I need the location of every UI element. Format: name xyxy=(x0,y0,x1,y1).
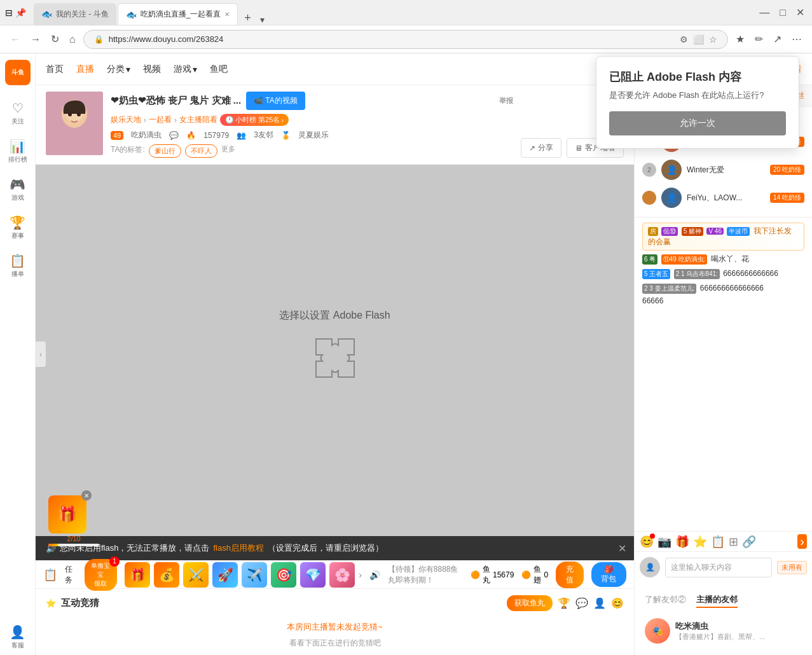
chat-messages: 房 侃⑩ 5 赌神 V 46 半波币 我下注长发的会赢 6 粤 ⑪49 吃奶滴虫… xyxy=(635,217,812,531)
tab-close-icon[interactable]: ✕ xyxy=(224,11,230,18)
favorites-bar-icon[interactable]: ★ xyxy=(733,31,747,48)
list-icon: 📋 xyxy=(10,253,25,268)
more-icon[interactable]: ⋯ xyxy=(789,31,804,48)
minimize-button[interactable]: — xyxy=(757,4,772,21)
sidebar-item-games[interactable]: 🎮 游戏 xyxy=(0,172,35,207)
reward-item-3[interactable]: ⚔️ xyxy=(183,562,209,588)
sidebar-item-events[interactable]: 🏆 赛事 xyxy=(0,210,35,245)
ranking-item-3: 3 👤 FeiYu、LAOW... 14 吃奶怪 xyxy=(642,184,804,212)
task-icon[interactable]: 📋 xyxy=(43,568,57,582)
gift-tool-icon[interactable]: 🎁 xyxy=(675,535,689,549)
friend-tab-understand[interactable]: 了解友邻② xyxy=(645,594,686,608)
report-button[interactable]: 举报 xyxy=(499,96,513,106)
video-player[interactable]: 选择以设置 Adobe Flash 🎁 ✕ 2/10 xyxy=(36,165,634,536)
svg-point-3 xyxy=(68,113,72,116)
chat-msg-1: 6 粤 ⑪49 吃奶滴虫: 喝水丫、花 xyxy=(642,253,804,265)
pin-icon[interactable]: 📌 xyxy=(15,8,26,18)
chat-input-box[interactable]: 这里输入聊天内容 xyxy=(665,558,772,577)
collections-icon[interactable]: ⬜ xyxy=(693,34,704,45)
browser-tabs: 🐟 我的关注 - 斗鱼 🐟 吃奶滴虫直播_一起看直 ✕ + ▾ xyxy=(34,0,754,25)
nav-games[interactable]: 游戏 ▾ xyxy=(174,64,197,75)
back-button[interactable]: ← xyxy=(8,31,23,48)
table-tool-icon[interactable]: ⊞ xyxy=(729,535,738,549)
reward-item-2[interactable]: 💰 xyxy=(154,562,179,588)
sidebar-item-playlist[interactable]: 📋 播单 xyxy=(0,248,35,284)
share-icon: ↗ xyxy=(529,144,535,153)
favorites-icon[interactable]: ☆ xyxy=(709,34,717,45)
sidebar-item-service[interactable]: 👤 客服 xyxy=(0,619,35,655)
recharge-button[interactable]: 充值 xyxy=(556,562,584,588)
maximize-button[interactable]: □ xyxy=(777,4,788,21)
hourly-rank-badge[interactable]: 🕐 小时榜 第25名 › xyxy=(220,114,289,126)
friend-tab-streamer[interactable]: 主播的友邻 xyxy=(696,594,738,608)
flash-link[interactable]: flash启用教程 xyxy=(213,542,263,554)
interaction-icon-1[interactable]: 🏆 xyxy=(558,597,570,609)
flash-notice-close[interactable]: ✕ xyxy=(618,542,626,555)
nav-category[interactable]: 分类 ▾ xyxy=(107,64,130,75)
friend-avatar: 🎭 xyxy=(645,618,670,644)
tab-stream[interactable]: 🐟 吃奶滴虫直播_一起看直 ✕ xyxy=(118,3,238,25)
reward-icon-3: ⚔️ xyxy=(183,562,209,588)
pen-icon[interactable]: ✏ xyxy=(752,31,766,48)
new-tab-button[interactable]: + xyxy=(239,11,256,25)
list-tool-icon[interactable]: 📋 xyxy=(711,535,725,549)
tag-2[interactable]: 不吓人 xyxy=(185,144,217,158)
nav-yuba[interactable]: 鱼吧 xyxy=(210,64,228,75)
sidebar-toggle[interactable]: › xyxy=(36,341,46,367)
interaction-icon-2[interactable]: 💬 xyxy=(575,597,588,609)
camera-icon[interactable]: 📷 xyxy=(657,535,671,549)
fish-fin-item: 🟠 鱼翅 0 xyxy=(521,564,548,586)
nav-home[interactable]: 首页 xyxy=(46,64,64,75)
treasure-badge[interactable]: 单撸宝宝领取 1 xyxy=(85,559,117,591)
badge-level: 侃⑩ xyxy=(661,227,678,236)
interaction-icon-4[interactable]: 😊 xyxy=(611,597,624,609)
fish-ball-icon: 🟠 xyxy=(471,570,480,579)
reward-item-4[interactable]: 🚀 xyxy=(212,562,238,588)
share-icon[interactable]: ↗ xyxy=(771,31,784,48)
sidebar-item-follow[interactable]: ♡ 关注 xyxy=(0,95,35,131)
sidebar-logo[interactable]: 斗鱼 xyxy=(5,60,31,85)
reward-item-1[interactable]: 🎁 xyxy=(125,562,150,588)
link-tool-icon[interactable]: 🔗 xyxy=(742,535,756,549)
breadcrumb-3[interactable]: 女主播陪看 xyxy=(179,114,217,125)
address-bar[interactable]: 🔒 https://www.douyu.com/263824 ⚙ ⬜ ☆ xyxy=(83,30,728,49)
not-logged-label[interactable]: 未用有 xyxy=(777,561,807,574)
share-button[interactable]: ↗ 分享 xyxy=(521,138,561,158)
bag-button[interactable]: 🎒 背包 xyxy=(591,562,626,587)
gift-icon: 🎁 xyxy=(58,506,77,523)
get-fishball-button[interactable]: 获取鱼丸 xyxy=(507,595,553,611)
sidebar-item-ranking[interactable]: 📊 排行榜 xyxy=(0,134,35,169)
star-tool-icon[interactable]: ⭐ xyxy=(693,535,707,549)
rank-tag-2: 20 吃奶怪 xyxy=(770,165,804,175)
breadcrumb-1[interactable]: 娱乐天地 xyxy=(111,114,141,125)
breadcrumb-2[interactable]: 一起看 xyxy=(149,114,172,125)
nav-live[interactable]: 直播 xyxy=(76,64,94,75)
reward-item-6[interactable]: 🎯 xyxy=(271,562,296,588)
tab-list-button[interactable]: ▾ xyxy=(260,15,265,25)
flash-allow-button[interactable]: 允许一次 xyxy=(609,111,786,135)
refresh-button[interactable]: ↻ xyxy=(48,31,62,48)
reward-item-7[interactable]: 💎 xyxy=(300,562,326,588)
reward-item-5[interactable]: ✈️ xyxy=(242,562,267,588)
guild-name: 灵夏娱乐 xyxy=(298,130,329,141)
more-tags[interactable]: 更多 xyxy=(221,144,235,158)
gift-close-button[interactable]: ✕ xyxy=(81,490,92,500)
interaction-icon-3[interactable]: 👤 xyxy=(593,597,606,609)
tab-my-follow[interactable]: 🐟 我的关注 - 斗鱼 xyxy=(34,3,116,25)
nav-video[interactable]: 视频 xyxy=(143,64,161,75)
reward-item-8[interactable]: 🌸 xyxy=(329,562,355,588)
reward-arrow[interactable]: › xyxy=(359,570,362,580)
gift-card[interactable]: 🎁 ✕ xyxy=(48,495,86,534)
sidebar-label-ranking: 排行榜 xyxy=(8,155,27,164)
window-controls[interactable]: ⊟ xyxy=(5,8,13,18)
send-button[interactable]: › xyxy=(797,534,807,549)
gift-progress-bar xyxy=(48,544,58,546)
reading-mode-icon[interactable]: ⚙ xyxy=(680,34,688,45)
chart-icon: 📊 xyxy=(10,139,25,154)
flame-icon: 🔥 xyxy=(186,131,196,140)
tag-1[interactable]: 爹山行 xyxy=(149,144,181,158)
forward-button[interactable]: → xyxy=(28,31,43,48)
ta-video-button[interactable]: 📹 TA的视频 xyxy=(246,92,305,110)
close-button[interactable]: ✕ xyxy=(794,4,807,21)
home-button[interactable]: ⌂ xyxy=(67,31,78,48)
